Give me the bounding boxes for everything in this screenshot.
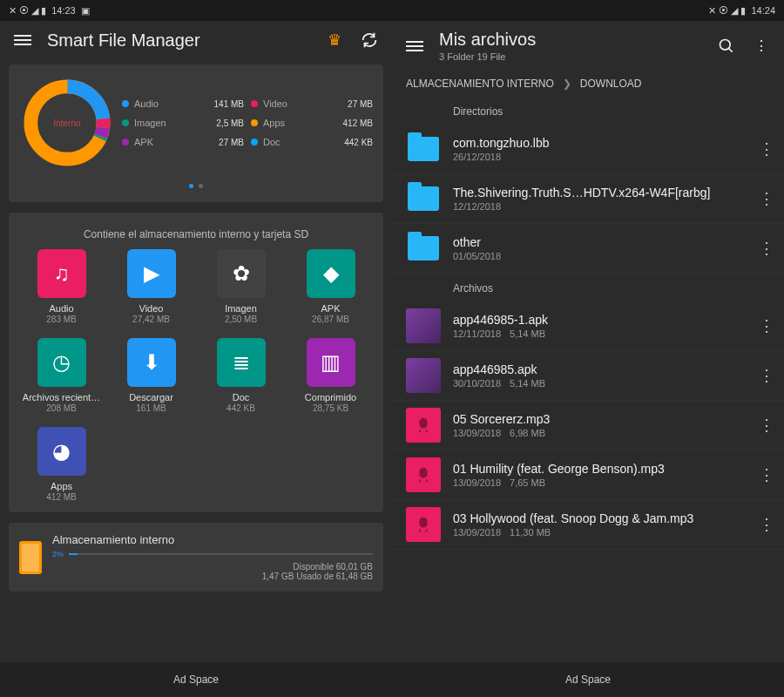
file-date: 13/09/2018 bbox=[453, 428, 501, 438]
category-size: 283 MB bbox=[46, 315, 76, 324]
breadcrumb-root[interactable]: ALMACENAMIENTO INTERNO bbox=[406, 78, 554, 90]
file-row[interactable]: app446985.apk30/10/20185,14 MB⋮ bbox=[392, 351, 784, 401]
legend-dot bbox=[251, 100, 258, 107]
internal-storage-row[interactable]: Almacenamiento interno 2% Disponible 60,… bbox=[9, 523, 383, 592]
file-row[interactable]: app446985-1.apk12/11/20185,14 MB⋮ bbox=[392, 301, 784, 351]
category-name: APK bbox=[321, 303, 340, 314]
category-tile[interactable]: ✿Imagen2,50 MB bbox=[199, 249, 283, 324]
category-tile[interactable]: ◷Archivos recient…208 MB bbox=[19, 338, 104, 413]
audio-icon bbox=[406, 408, 441, 443]
file-date: 13/09/2018 bbox=[453, 477, 501, 488]
folder-icon bbox=[406, 181, 441, 216]
categories-title: Contiene el almacenamiento interno y tar… bbox=[19, 228, 373, 240]
category-tile[interactable]: ▥Comprimido28,75 KB bbox=[288, 338, 373, 413]
file-name: 03 Hollywood (feat. Snoop Dogg & Jam.mp3 bbox=[453, 511, 744, 525]
file-date: 13/09/2018 bbox=[453, 527, 501, 538]
row-overflow-menu[interactable]: ⋮ bbox=[756, 467, 777, 483]
menu-button[interactable] bbox=[12, 30, 33, 51]
category-size: 412 MB bbox=[46, 492, 76, 502]
storage-used: 1,47 GB Usado de 61,48 GB bbox=[262, 572, 373, 581]
category-tile[interactable]: ⬇Descargar161 MB bbox=[109, 338, 193, 413]
refresh-button[interactable] bbox=[359, 30, 380, 51]
category-icon: ≣ bbox=[217, 338, 266, 387]
legend-value: 442 KB bbox=[344, 138, 373, 147]
legend-value: 412 MB bbox=[343, 118, 373, 128]
search-button[interactable] bbox=[716, 36, 737, 57]
sd-card-icon bbox=[19, 541, 42, 574]
menu-button[interactable] bbox=[404, 36, 425, 57]
status-clock: 14:23 bbox=[51, 5, 76, 16]
premium-icon[interactable]: ♛ bbox=[324, 30, 345, 51]
folder-row[interactable]: other01/05/2018⋮ bbox=[392, 224, 784, 274]
category-name: Audio bbox=[49, 303, 73, 314]
ad-space[interactable]: Ad Space bbox=[0, 662, 392, 697]
status-clock: 14:24 bbox=[751, 5, 775, 16]
browser-screen: ✕ ⦿ ◢ ▮ 14:24 Mis archivos 3 Folder 19 F… bbox=[392, 0, 784, 697]
row-overflow-menu[interactable]: ⋮ bbox=[756, 141, 777, 157]
breadcrumb-current[interactable]: DOWNLOAD bbox=[580, 78, 642, 90]
storage-donut-chart[interactable]: Interno bbox=[19, 75, 115, 171]
app-title: Smart File Manager bbox=[47, 30, 310, 51]
category-icon: ✿ bbox=[217, 249, 266, 298]
category-size: 28,75 KB bbox=[313, 403, 348, 413]
folder-icon bbox=[406, 132, 441, 166]
row-overflow-menu[interactable]: ⋮ bbox=[756, 240, 777, 256]
file-list: Directorios com.tongzhuo.lbb26/12/2018⋮T… bbox=[392, 97, 784, 662]
file-size: 5,14 MB bbox=[510, 378, 545, 389]
legend-value: 2,5 MB bbox=[216, 118, 244, 128]
file-name: 05 Sorcererz.mp3 bbox=[453, 412, 744, 426]
category-size: 26,87 MB bbox=[312, 315, 349, 324]
status-bar: ✕ ⦿ ◢ ▮ 14:23 ▣ bbox=[0, 0, 392, 21]
breadcrumb: ALMACENAMIENTO INTERNO ❯ DOWNLOAD bbox=[392, 71, 784, 97]
ad-space[interactable]: Ad Space bbox=[392, 662, 784, 697]
category-name: Comprimido bbox=[305, 392, 356, 403]
audio-icon bbox=[406, 457, 441, 492]
legend-dot bbox=[251, 139, 258, 145]
category-name: Imagen bbox=[225, 303, 257, 314]
storage-legend: Audio141 MBVideo27 MBImagen2,5 MBApps412… bbox=[122, 98, 373, 147]
row-overflow-menu[interactable]: ⋮ bbox=[756, 191, 777, 206]
folder-date: 12/12/2018 bbox=[453, 201, 744, 212]
row-overflow-menu[interactable]: ⋮ bbox=[756, 318, 777, 334]
section-directories: Directorios bbox=[392, 97, 784, 125]
category-tile[interactable]: ◆APK26,87 MB bbox=[288, 249, 373, 324]
app-bar: Smart File Manager ♛ bbox=[0, 21, 392, 59]
category-icon: ◷ bbox=[37, 338, 86, 387]
category-name: Video bbox=[139, 303, 164, 314]
row-overflow-menu[interactable]: ⋮ bbox=[756, 517, 777, 532]
row-overflow-menu[interactable]: ⋮ bbox=[756, 417, 777, 433]
legend-item: Apps412 MB bbox=[251, 118, 373, 128]
file-size: 11,30 MB bbox=[510, 527, 551, 538]
category-size: 208 MB bbox=[46, 403, 76, 413]
overflow-menu[interactable]: ⋮ bbox=[751, 36, 772, 57]
file-size: 6,98 MB bbox=[510, 428, 545, 438]
folder-name: other bbox=[453, 235, 744, 249]
chevron-right-icon: ❯ bbox=[563, 78, 571, 90]
category-size: 442 KB bbox=[226, 403, 255, 413]
file-row[interactable]: 01 Humility (feat. George Benson).mp313/… bbox=[392, 450, 784, 500]
category-tile[interactable]: ♫Audio283 MB bbox=[19, 249, 104, 324]
category-tile[interactable]: ≣Doc442 KB bbox=[199, 338, 283, 413]
status-bar: ✕ ⦿ ◢ ▮ 14:24 bbox=[392, 0, 784, 21]
legend-value: 27 MB bbox=[219, 138, 244, 147]
file-date: 30/10/2018 bbox=[453, 378, 501, 389]
storage-name: Almacenamiento interno bbox=[52, 533, 373, 546]
donut-center-label: Interno bbox=[19, 75, 115, 171]
legend-dot bbox=[122, 100, 129, 107]
legend-dot bbox=[122, 119, 129, 126]
category-tile[interactable]: ▶Video27,42 MB bbox=[109, 249, 193, 324]
pager-dots bbox=[19, 176, 373, 192]
legend-item: Video27 MB bbox=[251, 98, 373, 109]
folder-row[interactable]: The.Shivering.Truth.S…HDTV.x264-W4F[rarb… bbox=[392, 174, 784, 224]
file-row[interactable]: 05 Sorcererz.mp313/09/20186,98 MB⋮ bbox=[392, 401, 784, 450]
file-row[interactable]: 03 Hollywood (feat. Snoop Dogg & Jam.mp3… bbox=[392, 500, 784, 550]
category-icon: ◆ bbox=[307, 249, 355, 298]
folder-name: com.tongzhuo.lbb bbox=[453, 136, 744, 150]
category-tile[interactable]: ◕Apps412 MB bbox=[19, 427, 104, 502]
screenshot-icon: ▣ bbox=[81, 5, 90, 17]
category-name: Doc bbox=[233, 392, 250, 403]
row-overflow-menu[interactable]: ⋮ bbox=[756, 368, 777, 383]
legend-label: Audio bbox=[134, 98, 174, 109]
folder-row[interactable]: com.tongzhuo.lbb26/12/2018⋮ bbox=[392, 125, 784, 174]
category-size: 161 MB bbox=[136, 403, 166, 413]
